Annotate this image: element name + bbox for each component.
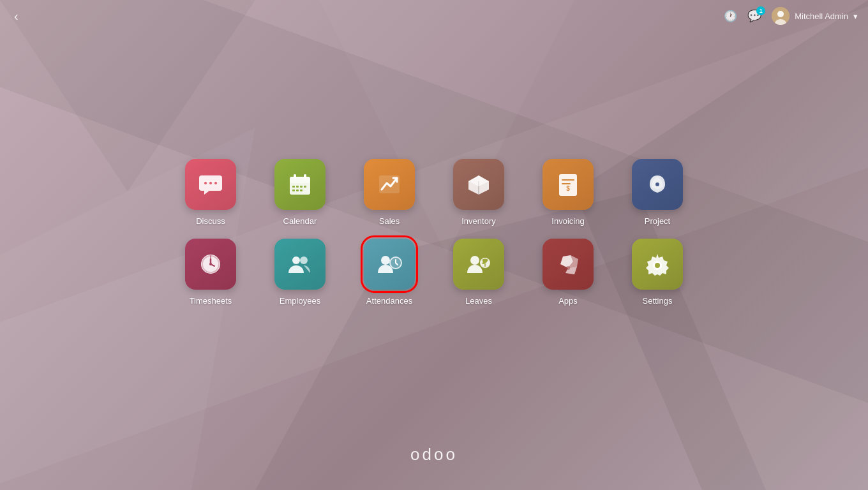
svg-point-36 [292, 256, 300, 264]
app-item-timesheets[interactable]: Timesheets [176, 239, 246, 306]
leaves-label: Leaves [465, 296, 492, 306]
app-item-employees[interactable]: Employees [265, 239, 335, 306]
svg-rect-8 [204, 182, 207, 184]
svg-rect-18 [304, 186, 306, 188]
app-item-apps[interactable]: Apps [533, 239, 603, 306]
settings-label: Settings [643, 296, 673, 306]
apps-icon [542, 239, 594, 290]
topbar: ‹ 🕐 💬 1 Mitchell Admin ▾ [0, 0, 868, 32]
topbar-right: 🕐 💬 1 Mitchell Admin ▾ [724, 7, 858, 25]
topbar-left: ‹ [10, 5, 22, 27]
svg-point-6 [777, 11, 784, 17]
discuss-icon [185, 159, 236, 210]
svg-rect-17 [300, 186, 303, 188]
app-item-inventory[interactable]: Inventory [444, 159, 514, 226]
svg-rect-26 [562, 179, 574, 181]
svg-rect-13 [294, 174, 296, 179]
attendances-icon [364, 239, 415, 290]
user-menu-arrow: ▾ [853, 11, 858, 21]
sales-icon [364, 159, 415, 210]
svg-text:$: $ [566, 185, 570, 192]
apps-grid: Discuss Calendar Sales Inventory $ [176, 159, 692, 306]
apps-label: Apps [558, 296, 578, 306]
settings-icon [632, 239, 683, 290]
leaves-icon [453, 239, 504, 290]
svg-rect-12 [290, 177, 310, 183]
inventory-icon [453, 159, 504, 210]
calendar-label: Calendar [283, 216, 317, 226]
invoicing-label: Invoicing [551, 216, 584, 226]
notification-badge: 1 [756, 6, 765, 15]
svg-rect-20 [296, 189, 299, 191]
employees-icon [274, 239, 326, 290]
svg-rect-14 [304, 174, 306, 179]
app-item-discuss[interactable]: Discuss [176, 159, 246, 226]
avatar [772, 7, 789, 25]
svg-point-35 [209, 263, 212, 265]
svg-point-45 [566, 266, 570, 270]
app-item-project[interactable]: Project [622, 159, 692, 226]
svg-point-37 [300, 256, 308, 264]
employees-label: Employees [280, 296, 320, 306]
svg-rect-15 [292, 186, 295, 188]
user-name: Mitchell Admin [795, 11, 848, 21]
svg-rect-27 [562, 183, 571, 184]
app-item-settings[interactable]: Settings [622, 239, 692, 306]
svg-rect-10 [214, 182, 217, 184]
messages-icon[interactable]: 💬 1 [747, 9, 761, 23]
svg-point-42 [470, 256, 479, 265]
app-item-calendar[interactable]: Calendar [265, 159, 335, 226]
svg-point-47 [655, 263, 660, 268]
clock-icon[interactable]: 🕐 [724, 10, 737, 23]
project-icon [632, 159, 683, 210]
odoo-logo: odoo [396, 441, 472, 471]
svg-rect-21 [300, 189, 303, 191]
svg-rect-9 [209, 182, 212, 184]
svg-point-38 [381, 256, 390, 265]
svg-rect-16 [296, 186, 299, 188]
app-item-leaves[interactable]: Leaves [444, 239, 514, 306]
attendances-label: Attendances [366, 296, 412, 306]
svg-point-29 [655, 182, 659, 186]
timesheets-label: Timesheets [190, 296, 232, 306]
calendar-icon [274, 159, 326, 210]
app-item-invoicing[interactable]: $ Invoicing [533, 159, 603, 226]
discuss-label: Discuss [196, 216, 225, 226]
user-menu[interactable]: Mitchell Admin ▾ [772, 7, 858, 25]
timesheets-icon [185, 239, 236, 290]
invoicing-icon: $ [542, 159, 594, 210]
inventory-label: Inventory [461, 216, 495, 226]
app-item-attendances[interactable]: Attendances [354, 239, 424, 306]
back-button[interactable]: ‹ [10, 5, 22, 27]
svg-text:odoo: odoo [410, 445, 458, 464]
main-content: Discuss Calendar Sales Inventory $ [0, 0, 868, 490]
app-item-sales[interactable]: Sales [354, 159, 424, 226]
svg-rect-19 [292, 189, 295, 191]
sales-label: Sales [379, 216, 400, 226]
project-label: Project [645, 216, 670, 226]
